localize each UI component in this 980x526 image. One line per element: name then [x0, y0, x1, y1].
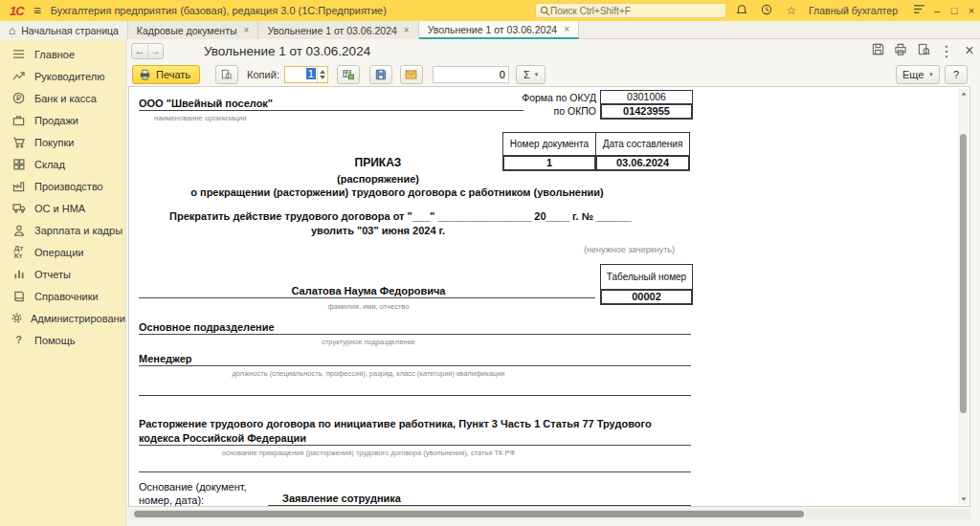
diskette-icon — [375, 69, 387, 80]
employee-caption: фамилия, имя, отчество — [139, 302, 598, 311]
empty-line — [139, 395, 691, 396]
tab-label: Увольнение 1 от 03.06.2024 — [267, 25, 396, 36]
gear-icon — [11, 312, 23, 325]
sidebar-item-label: Зарплата и кадры — [34, 225, 122, 236]
favorites-star-icon[interactable]: ☆ — [782, 4, 801, 17]
sidebar-item-label: Склад — [34, 159, 65, 170]
titlebar: 1С ≡ Бухгалтерия предприятия (базовая), … — [0, 0, 980, 21]
sidebar-item-pomosch[interactable]: ? Помощь — [0, 329, 125, 351]
sidebar-item-glavnoe[interactable]: Главное — [0, 43, 125, 65]
forward-button[interactable]: → — [147, 44, 163, 58]
empty-line — [139, 471, 691, 472]
basis-label-line2: номер, дата): — [139, 494, 204, 506]
tab-close-icon[interactable]: × — [404, 25, 410, 35]
stepper-arrows-icon[interactable] — [317, 67, 327, 82]
horizontal-scrollbar[interactable] — [128, 509, 970, 519]
notifications-bell-icon[interactable] — [732, 4, 751, 18]
sidebar-item-label: Главное — [34, 49, 75, 60]
sidebar-item-operacii[interactable]: ДтКт Операции — [0, 241, 125, 263]
help-button[interactable]: ? — [945, 65, 968, 84]
sidebar-item-spravochniki[interactable]: Справочники — [0, 285, 125, 307]
search-input[interactable] — [550, 6, 713, 16]
sidebar-item-label: Руководителю — [34, 71, 104, 82]
sidebar-item-label: Банк и касса — [34, 93, 97, 104]
close-form-icon[interactable]: × — [958, 42, 980, 59]
print-button[interactable]: Печать — [132, 65, 200, 84]
sidebar-item-proizvodstvo[interactable]: Производство — [0, 175, 125, 197]
strike-note: (ненужное зачеркнуть) — [435, 245, 675, 254]
horizontal-scroll-thumb[interactable] — [134, 511, 804, 517]
tab-kadrovye-dokumenty[interactable]: Кадровые документы × — [128, 21, 259, 39]
magnifier-icon — [221, 69, 233, 80]
order-title: ПРИКАЗ — [139, 156, 617, 169]
reason-caption: основание прекращения (расторжения) труд… — [139, 449, 598, 457]
dismiss-line: уволить "03" июня 2024 г. — [139, 225, 617, 236]
close-button[interactable]: × — [963, 5, 980, 16]
tab-close-icon[interactable]: × — [564, 24, 569, 34]
tabbar: ⌂ Начальная страница Кадровые документы … — [0, 21, 980, 39]
maximize-button[interactable]: □ — [946, 5, 963, 16]
vertical-scrollbar[interactable] — [958, 88, 969, 505]
minimize-button[interactable]: – — [928, 5, 946, 16]
copies-value: 1 — [306, 68, 316, 79]
dropdown-icon: ▾ — [929, 71, 933, 78]
print-form-area: Форма по ОКУД 0301006 по ОКПО 01423955 О… — [128, 86, 970, 507]
sidebar-item-os-i-nma[interactable]: ОС и НМА — [0, 197, 125, 219]
sidebar-item-prodazhi[interactable]: Продажи — [0, 109, 125, 131]
copies-stepper[interactable]: 1 — [284, 66, 328, 83]
more-button-label: Еще — [902, 69, 924, 80]
print-preview-icon[interactable] — [912, 42, 935, 59]
history-icon[interactable] — [757, 4, 776, 18]
save-icon[interactable] — [866, 42, 889, 59]
sum-field[interactable] — [433, 66, 509, 83]
sidebar-item-label: Продажи — [34, 115, 78, 126]
kebab-menu-icon[interactable]: ⋮ — [935, 42, 958, 60]
current-user[interactable]: Главный бухгалтер — [809, 5, 898, 16]
print-button-label: Печать — [156, 69, 190, 80]
print-settings-icon — [342, 69, 355, 80]
scroll-up-icon[interactable] — [961, 92, 966, 95]
sidebar-item-sklad[interactable]: Склад — [0, 153, 125, 175]
sidebar-item-administrirovanie[interactable]: Администрирование — [0, 307, 125, 329]
sidebar-item-otchety[interactable]: Отчеты — [0, 263, 125, 285]
sum-button[interactable]: Σ ▾ — [516, 65, 546, 84]
department-caption: структурное подразделение — [139, 338, 598, 346]
sidebar-item-label: Помощь — [34, 335, 76, 346]
main-menu-icon[interactable]: ≡ — [32, 3, 51, 18]
sidebar-item-label: Администрирование — [31, 313, 131, 324]
global-search[interactable] — [535, 3, 726, 18]
terminate-line: Прекратить действие трудового договора о… — [169, 210, 632, 222]
vertical-scroll-thumb[interactable] — [960, 134, 967, 413]
cart-icon — [11, 136, 27, 149]
sidebar-item-label: Операции — [34, 247, 83, 258]
tab-home[interactable]: ⌂ Начальная страница — [0, 21, 128, 39]
search-icon — [540, 6, 550, 16]
sidebar-item-pokupki[interactable]: Покупки — [0, 131, 125, 153]
tab-label: Увольнение 1 от 03.06.2024 — [428, 24, 557, 35]
form-nav-row: ← → Увольнение 1 от 03.06.2024 ⋮ × — [126, 39, 980, 62]
print-settings-button[interactable] — [337, 65, 360, 84]
dismissal-order-form: Форма по ОКУД 0301006 по ОКПО 01423955 О… — [129, 87, 958, 506]
save-copy-button[interactable] — [369, 65, 392, 84]
service-menu-icon[interactable] — [909, 4, 928, 17]
sidebar-item-rukovoditelyu[interactable]: Руководителю — [0, 65, 125, 87]
factory-icon — [11, 180, 27, 193]
send-email-button[interactable] — [400, 65, 423, 84]
ruble-circle-icon — [11, 92, 27, 105]
okud-value-box: 0301006 — [600, 90, 693, 104]
more-button[interactable]: Еще ▾ — [896, 65, 940, 84]
sidebar-item-bank-i-kassa[interactable]: Банк и касса — [0, 87, 125, 109]
dismissal-reason: Расторжение трудового договора по инициа… — [139, 417, 691, 446]
print-icon[interactable] — [889, 42, 912, 59]
tab-label: Кадровые документы — [137, 25, 237, 36]
help-button-label: ? — [953, 69, 959, 80]
sidebar-item-zarplata-i-kadry[interactable]: Зарплата и кадры — [0, 219, 125, 241]
preview-button[interactable] — [215, 65, 238, 84]
tab-uvolnenie-2-active[interactable]: Увольнение 1 от 03.06.2024 × — [419, 21, 579, 39]
tab-uvolnenie-1[interactable]: Увольнение 1 от 03.06.2024 × — [258, 21, 418, 39]
tab-close-icon[interactable]: × — [244, 25, 250, 35]
person-icon — [11, 224, 27, 237]
scroll-down-icon[interactable] — [961, 497, 966, 500]
back-button[interactable]: ← — [132, 44, 147, 58]
onec-logo: 1С — [0, 4, 32, 18]
